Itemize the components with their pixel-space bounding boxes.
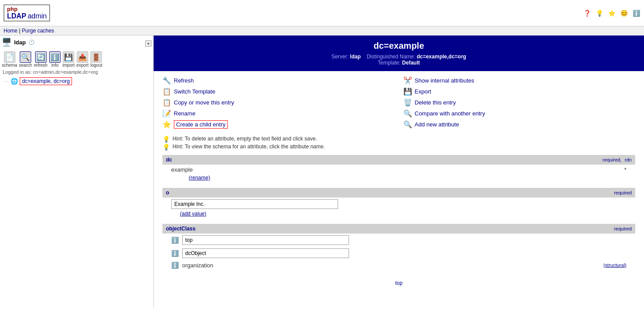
create-child-label: Create a child entry — [174, 120, 228, 129]
attr-header-objectclass: objectClass required — [162, 224, 635, 234]
attr-value-row-dc: example * — [162, 165, 635, 175]
hint-1-text: Hint: To delete an attribute, empty the … — [173, 136, 317, 142]
show-internal-icon: ✂️ — [403, 76, 412, 85]
attr-value-row-oc-dcobject: ℹ️ — [162, 247, 635, 260]
server-icon: 🖥️ — [2, 37, 11, 47]
copy-move-label: Copy or move this entry — [174, 99, 234, 106]
attr-section-dc: dc required, rdn example * (rename) — [162, 155, 635, 183]
action-refresh[interactable]: 🔧 Refresh — [162, 76, 395, 85]
bulb-icon[interactable]: 💡 — [595, 9, 604, 18]
info-icon-org[interactable]: ℹ️ — [171, 262, 179, 269]
attr-tags-objectclass: required — [612, 226, 632, 231]
export-action-label: Export — [415, 88, 432, 95]
nav-bar: Home | Purge caches — [0, 26, 644, 36]
structural-link-org[interactable]: (structural) — [603, 262, 626, 268]
dn-value: dc=example,dc=org — [417, 54, 466, 60]
nav-separator: | — [19, 28, 20, 34]
attr-header-dc: dc required, rdn — [162, 155, 635, 165]
hint-1-icon: 💡 — [162, 136, 170, 143]
attr-tags-dc: required, rdn — [601, 157, 632, 162]
sidebar-expand-button[interactable]: + — [145, 40, 151, 47]
action-create-child[interactable]: ⭐ Create a child entry — [162, 120, 228, 129]
star-icon[interactable]: ⭐ — [607, 9, 616, 18]
action-copy-move[interactable]: 📋 Copy or move this entry — [162, 98, 395, 107]
info-tool-icon: ℹ️ — [49, 51, 61, 63]
attr-asterisk-dc: * — [624, 166, 626, 173]
dn-label: Distinguished Name: — [367, 54, 415, 60]
required-link-dc[interactable]: required — [603, 157, 620, 162]
search-label: search — [19, 63, 32, 68]
attr-input-oc-top[interactable] — [182, 235, 349, 245]
smiley-icon[interactable]: 😊 — [619, 9, 628, 18]
rdn-link-dc[interactable]: rdn — [625, 157, 632, 162]
tree-root-item: ···· 🌐 dc=example, dc=org — [2, 76, 151, 86]
delete-icon: 🗑️ — [403, 98, 412, 107]
home-link[interactable]: Home — [4, 28, 18, 34]
info-icon-dcobject[interactable]: ℹ️ — [171, 250, 179, 257]
required-link-objectclass[interactable]: required — [614, 226, 632, 231]
add-value-link-o[interactable]: (add value) — [180, 211, 206, 217]
logout-icon: 🚪 — [90, 51, 102, 63]
sidebar-header: 🖥️ ldap 🕐 — [2, 37, 35, 47]
import-icon: 💾 — [63, 51, 74, 63]
attr-input-oc-dcobject[interactable] — [182, 248, 349, 258]
export-icon: 📤 — [77, 51, 88, 63]
rename-link-dc[interactable]: (rename) — [189, 175, 210, 181]
sidebar-tool-search[interactable]: 🔍 search — [19, 51, 32, 68]
action-rename[interactable]: 📝 Rename — [162, 109, 395, 118]
sidebar-toolbar: 📄 schema 🔍 search 🔄 refresh ℹ️ info 💾 im… — [2, 51, 151, 68]
attr-header-o: o required — [162, 188, 635, 198]
attr-tags-o: required — [612, 190, 632, 195]
sidebar-tool-refresh[interactable]: 🔄 refresh — [34, 51, 47, 68]
info-icon[interactable]: ℹ️ — [632, 9, 640, 18]
server-name: ldap — [14, 39, 26, 46]
sidebar-tool-logout[interactable]: 🚪 logout — [90, 51, 102, 68]
action-delete[interactable]: 🗑️ Delete this entry — [403, 98, 636, 107]
entry-header: dc=example Server: ldap Distinguished Na… — [154, 36, 644, 71]
hint-2: 💡 Hint: To view the schema for an attrib… — [162, 144, 635, 151]
refresh-icon: 🔄 — [35, 51, 47, 63]
tree-dots: ···· — [4, 79, 9, 84]
required-link-o[interactable]: required — [614, 190, 632, 195]
compare-label: Compare with another entry — [415, 110, 485, 117]
attr-section-o: o required (add value) — [162, 188, 635, 219]
template-label: Template: — [378, 60, 400, 66]
attr-name-dc[interactable]: dc — [166, 157, 172, 163]
copy-move-icon: 📋 — [162, 98, 171, 107]
tree-entry-label[interactable]: dc=example, dc=org — [20, 77, 72, 85]
top-anchor-link[interactable]: top — [395, 280, 403, 286]
sidebar-tool-export[interactable]: 📤 export — [76, 51, 89, 68]
attr-name-o[interactable]: o — [166, 190, 169, 196]
help-icon[interactable]: ❓ — [583, 9, 591, 18]
attributes-area: dc required, rdn example * (rename) o — [154, 155, 644, 270]
rename-label: Rename — [174, 110, 195, 117]
tree-globe-icon: 🌐 — [11, 78, 18, 85]
content: dc=example Server: ldap Distinguished Na… — [154, 36, 644, 307]
attr-input-o[interactable] — [171, 199, 338, 209]
footer-top-link[interactable]: top — [154, 276, 644, 291]
sidebar-tool-info[interactable]: ℹ️ info — [49, 51, 61, 68]
actions-left: 🔧 Refresh 📋 Switch Template 📋 Copy or mo… — [162, 76, 395, 129]
hints-area: 💡 Hint: To delete an attribute, empty th… — [154, 134, 644, 155]
search-icon: 🔍 — [20, 51, 31, 63]
logout-label: logout — [90, 63, 102, 68]
sidebar-tool-schema[interactable]: 📄 schema — [2, 51, 17, 68]
attr-name-objectclass[interactable]: objectClass — [166, 226, 195, 232]
action-export[interactable]: 💾 Export — [403, 87, 636, 96]
sidebar-tool-import[interactable]: 💾 import — [62, 51, 75, 68]
action-switch-template[interactable]: 📋 Switch Template — [162, 87, 395, 96]
logo: php LDAP admin — [4, 4, 50, 22]
add-attribute-label: Add new attribute — [415, 121, 459, 128]
export-action-icon: 💾 — [403, 87, 412, 96]
purge-caches-link[interactable]: Purge caches — [22, 28, 54, 34]
schema-icon: 📄 — [4, 51, 15, 63]
refresh-label: refresh — [34, 63, 47, 68]
action-compare[interactable]: 🔍 Compare with another entry — [403, 109, 636, 118]
show-internal-label: Show internal attributes — [415, 77, 475, 84]
logo-box: php LDAP admin — [4, 4, 50, 22]
logo-php: php — [7, 6, 18, 12]
action-show-internal[interactable]: ✂️ Show internal attributes — [403, 76, 636, 85]
logo-admin: admin — [28, 12, 47, 20]
action-add-attribute[interactable]: 🔍 Add new attribute — [403, 120, 636, 129]
info-icon-top[interactable]: ℹ️ — [171, 237, 179, 244]
